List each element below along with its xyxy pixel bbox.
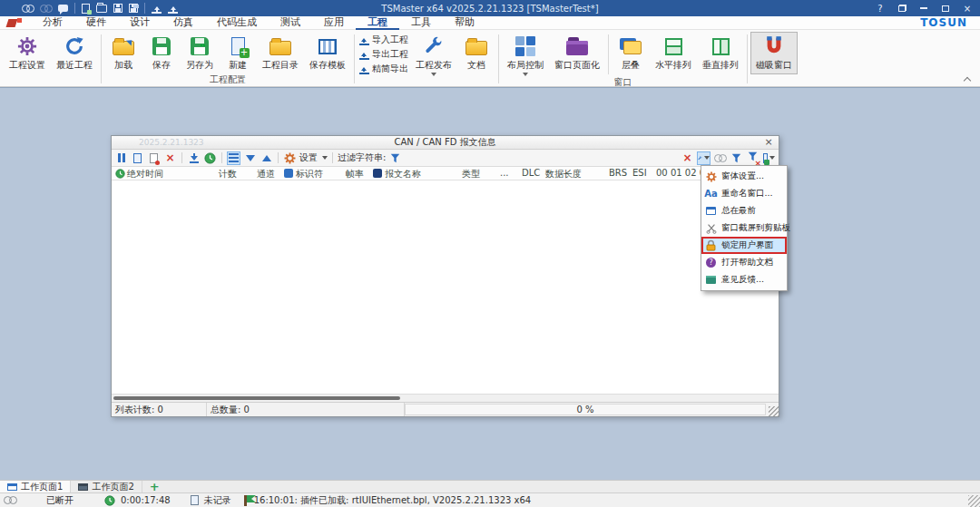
settings-label[interactable]: 设置 xyxy=(299,151,318,164)
scroll-to-bottom-button[interactable] xyxy=(187,151,201,165)
fixed-list-view-button[interactable] xyxy=(227,151,240,165)
project-directory-button[interactable]: 工程目录 xyxy=(257,32,304,74)
expand-all-button[interactable] xyxy=(243,151,257,165)
menu-item-always-on-top[interactable]: 总在最前 xyxy=(701,202,787,219)
tab-codegen[interactable]: 代码生成 xyxy=(205,16,269,30)
message-list-empty[interactable] xyxy=(112,180,779,394)
save-button[interactable]: 保存 xyxy=(142,32,181,74)
can-window-titlebar[interactable]: 2025.2.21.1323 CAN / CAN FD 报文信息 × xyxy=(112,136,779,150)
help-button[interactable]: ? xyxy=(871,2,889,15)
tab-hardware[interactable]: 硬件 xyxy=(74,16,118,30)
project-settings-button[interactable]: 工程设置 xyxy=(4,32,51,74)
window-tools-button[interactable] xyxy=(697,151,710,165)
save-template-button[interactable]: 保存模板 xyxy=(304,32,351,74)
window-paging-button[interactable]: 窗口页面化 xyxy=(549,32,605,77)
workspace-tab-1[interactable]: 工作页面1 xyxy=(0,481,71,492)
scrollbar-thumb[interactable] xyxy=(113,396,400,400)
save-view-button[interactable] xyxy=(131,151,144,165)
col-type[interactable]: 类型 xyxy=(462,168,480,180)
export-icon[interactable] xyxy=(168,4,178,14)
message-table-header[interactable]: 绝对时间 计数 通道 标识符 帧率 报文名称 类型 ... DLC 数据长度 B… xyxy=(112,167,779,180)
col-esi[interactable]: ESI xyxy=(632,168,647,178)
collapse-all-button[interactable] xyxy=(260,151,273,165)
menu-item-lock-ui[interactable]: 锁定用户界面 xyxy=(701,237,787,254)
lite-export-button[interactable]: 精简导出 xyxy=(359,63,408,76)
col-dlc[interactable]: DLC xyxy=(522,168,540,178)
unlink-icon[interactable] xyxy=(40,5,52,13)
clear-filter-button[interactable] xyxy=(746,151,760,165)
identifier-icon xyxy=(284,169,293,178)
col-channel[interactable]: 通道 xyxy=(257,168,275,180)
filter-button-2[interactable] xyxy=(730,151,743,165)
restore-layout-button[interactable] xyxy=(893,2,911,15)
tab-tools[interactable]: 工具 xyxy=(399,16,443,30)
new-project-button[interactable]: + 新建 xyxy=(219,32,257,74)
col-brs[interactable]: BRS xyxy=(609,168,627,178)
menu-item-screenshot-clipboard[interactable]: 窗口截屏到剪贴板 xyxy=(701,219,787,237)
import-project-button[interactable]: 导入工程 xyxy=(359,34,408,47)
link-window-button[interactable] xyxy=(713,151,727,165)
maximize-button[interactable] xyxy=(936,2,955,15)
col-count[interactable]: 计数 xyxy=(219,168,237,180)
menu-item-form-settings[interactable]: 窗体设置... xyxy=(701,168,787,185)
load-button[interactable]: 加载 xyxy=(104,32,142,74)
clear-button[interactable]: × xyxy=(163,151,177,165)
col-identifier[interactable]: 标识符 xyxy=(296,168,323,180)
copy-button[interactable] xyxy=(147,151,161,165)
menu-item-open-help[interactable]: ? 打开帮助文档 xyxy=(701,254,787,271)
resize-grip[interactable] xyxy=(769,406,779,416)
chat-icon[interactable] xyxy=(58,5,68,12)
can-window-close-icon[interactable]: × xyxy=(762,137,775,148)
col-data-length[interactable]: 数据长度 xyxy=(545,168,582,180)
save-icon[interactable] xyxy=(113,4,122,13)
col-frame-rate[interactable]: 帧率 xyxy=(346,168,364,180)
save-as-button[interactable]: 另存为 xyxy=(181,32,219,74)
menu-item-feedback[interactable]: 意见反馈... xyxy=(701,271,787,288)
tab-project-active[interactable]: 工程 xyxy=(356,16,399,30)
link-icon[interactable] xyxy=(22,5,34,13)
pause-button[interactable] xyxy=(114,151,128,165)
project-publish-button[interactable]: 工程发布 xyxy=(410,32,457,77)
settings-gear-button[interactable] xyxy=(283,151,297,165)
save-as-icon[interactable] xyxy=(129,4,138,13)
docs-button[interactable]: 文档 xyxy=(457,32,495,77)
tab-application[interactable]: 应用 xyxy=(312,16,356,30)
tab-help[interactable]: 帮助 xyxy=(443,16,486,30)
filter-button[interactable] xyxy=(388,151,402,165)
tab-design[interactable]: 设计 xyxy=(118,16,162,30)
tab-test[interactable]: 测试 xyxy=(269,16,312,30)
time-mode-button[interactable] xyxy=(203,151,217,165)
layout-control-button[interactable]: 布局控制 xyxy=(502,32,549,77)
workspace-tab-2[interactable]: 工作页面2 xyxy=(71,481,142,492)
cascade-button[interactable]: 层叠 xyxy=(612,32,650,77)
tile-vertical-button[interactable]: 垂直排列 xyxy=(697,32,744,77)
open-folder-icon[interactable] xyxy=(96,5,107,13)
pages-icon xyxy=(566,34,588,58)
close-button[interactable]: × xyxy=(958,2,976,15)
delete-button[interactable]: × xyxy=(681,151,694,165)
folder-icon xyxy=(270,34,291,58)
tab-simulation[interactable]: 仿真 xyxy=(162,16,205,30)
menu-item-rename-window[interactable]: Aa 重命名窗口... xyxy=(701,185,787,202)
tab-analysis[interactable]: 分析 xyxy=(31,16,74,30)
magnet-window-button[interactable]: 磁吸窗口 xyxy=(750,32,798,74)
ribbon-collapse-chevron-icon[interactable] xyxy=(965,76,971,83)
col-dots[interactable]: ... xyxy=(500,168,509,178)
import-icon[interactable] xyxy=(152,4,162,14)
ribbon-group-project-config: 加载 保存 另存为 + 新建 工程目录 xyxy=(104,32,351,86)
floppy-icon xyxy=(152,34,171,58)
minimize-button[interactable] xyxy=(915,2,933,15)
export-project-button[interactable]: 导出工程 xyxy=(359,48,408,62)
export-data-button[interactable] xyxy=(762,151,776,165)
new-file-icon[interactable] xyxy=(82,4,90,14)
recent-project-button[interactable]: 最近工程 xyxy=(51,32,98,74)
tsmaster-app: TSMaster x64 v2025.2.21.1323 [TSMasterTe… xyxy=(0,0,980,507)
col-abs-time[interactable]: 绝对时间 xyxy=(127,168,163,180)
col-message-name[interactable]: 报文名称 xyxy=(385,168,421,180)
horizontal-scrollbar[interactable] xyxy=(112,394,779,402)
add-workspace-button[interactable]: + xyxy=(142,482,167,492)
app-resize-grip[interactable] xyxy=(968,495,980,507)
tile-horizontal-button[interactable]: 水平排列 xyxy=(650,32,697,77)
can-message-window[interactable]: 2025.2.21.1323 CAN / CAN FD 报文信息 × × xyxy=(111,135,779,417)
col-data-bytes[interactable]: 00 01 02 0 xyxy=(656,168,705,178)
